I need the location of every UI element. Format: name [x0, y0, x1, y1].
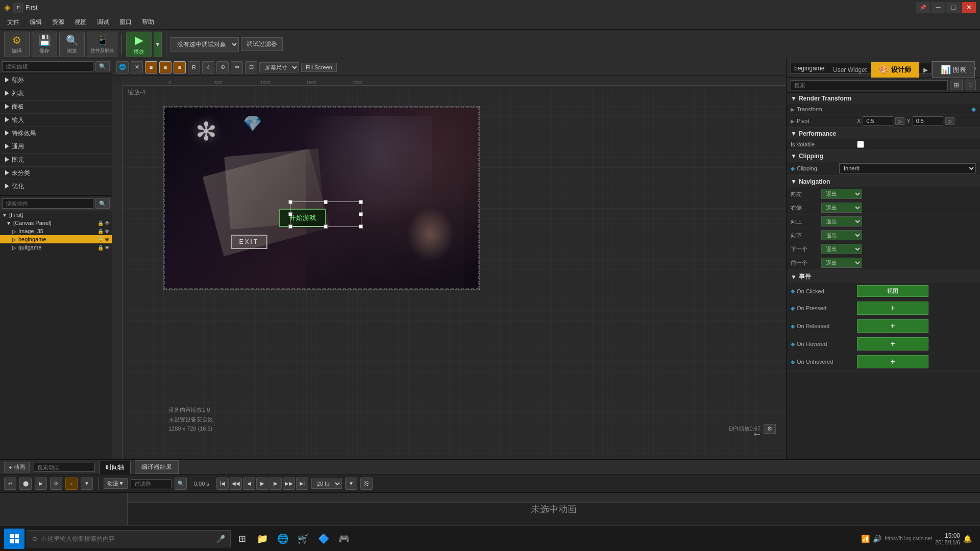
- handle-mr[interactable]: [359, 212, 363, 216]
- pin-button[interactable]: 📌: [916, 2, 930, 13]
- handle-br[interactable]: [359, 224, 363, 229]
- save-button[interactable]: 💾 保存: [32, 32, 57, 57]
- timeline-tab-timeline[interactable]: 时间轴: [99, 461, 131, 474]
- layer-quitgame[interactable]: ▷ quitgame 🔒 👁: [0, 243, 112, 252]
- menu-help[interactable]: 帮助: [137, 16, 159, 29]
- tl-filter-search[interactable]: 🔍: [175, 478, 187, 490]
- on-pressed-add-button[interactable]: +: [857, 302, 928, 315]
- close-button[interactable]: ✕: [962, 2, 976, 13]
- navigation-header[interactable]: ▼ Navigation: [787, 176, 980, 187]
- taskbar-edge[interactable]: 🌐: [274, 530, 292, 548]
- handle-ml[interactable]: [288, 212, 292, 216]
- palette-search-button[interactable]: 🔍: [95, 61, 110, 71]
- notification-icon[interactable]: 🔔: [963, 535, 972, 543]
- canvas-tool-target[interactable]: ⊕: [216, 61, 229, 73]
- nav-prev-select[interactable]: 退出: [821, 258, 862, 268]
- graph-tab[interactable]: 📊 图表: [932, 61, 975, 78]
- pivot-x-input[interactable]: [863, 116, 893, 126]
- minimize-button[interactable]: ─: [931, 2, 945, 13]
- menu-edit[interactable]: 编辑: [24, 16, 47, 29]
- on-hovered-add-button[interactable]: +: [857, 337, 928, 350]
- network-icon[interactable]: 📶: [861, 535, 870, 543]
- start-button[interactable]: [4, 529, 24, 549]
- canvas-tool-orange3[interactable]: ■: [174, 61, 186, 73]
- right-view-toggle[interactable]: ⊞: [950, 80, 963, 90]
- layer-canvas-panel[interactable]: ▼ [Canvas Panel] 🔒 👁: [0, 219, 112, 227]
- palette-item-extra[interactable]: ▶ 额外: [0, 74, 112, 87]
- layers-search-input[interactable]: [2, 198, 93, 209]
- nav-next-select[interactable]: 退出: [821, 244, 862, 254]
- clipping-select[interactable]: Inherit: [839, 163, 976, 173]
- fill-screen-button[interactable]: Fill Screen: [301, 63, 337, 72]
- menu-window[interactable]: 窗口: [114, 16, 137, 29]
- handle-tr[interactable]: [359, 200, 363, 204]
- compile-button[interactable]: ⚙ 编译: [4, 32, 30, 57]
- tl-fps-select[interactable]: 20 fps: [311, 479, 342, 489]
- tl-filter-input[interactable]: [131, 479, 172, 488]
- palette-item-common[interactable]: ▶ 通用: [0, 140, 112, 154]
- palette-item-primitive[interactable]: ▶ 图元: [0, 154, 112, 167]
- nav-up-select[interactable]: 退出: [821, 216, 862, 227]
- tl-play-main[interactable]: ▶: [256, 478, 268, 490]
- tl-keys-button[interactable]: ⬦: [65, 478, 78, 490]
- tl-undo-button[interactable]: ↩: [4, 478, 16, 490]
- debug-target-select[interactable]: 没有选中调试对象: [170, 37, 239, 52]
- widget-canvas[interactable]: ✻ 💎 开始游戏: [163, 106, 480, 290]
- canvas-tool-globe[interactable]: 🌐: [116, 61, 129, 73]
- canvas-tool-orange1[interactable]: ■: [145, 61, 157, 73]
- tl-loop-button[interactable]: ⟳: [50, 478, 62, 490]
- tl-prev-frame[interactable]: ◀◀: [230, 478, 242, 490]
- palette-item-list[interactable]: ▶ 列表: [0, 87, 112, 101]
- tl-go-end[interactable]: ▶|: [296, 478, 308, 490]
- eye-icon[interactable]: 👁: [105, 220, 110, 226]
- handle-tc[interactable]: [324, 200, 328, 204]
- right-search-input[interactable]: [791, 80, 948, 90]
- canvas-tool-4[interactable]: 4: [202, 61, 214, 73]
- screen-size-select[interactable]: 屏幕尺寸: [259, 62, 299, 72]
- nav-left-select[interactable]: 退出: [821, 189, 862, 199]
- nav-down-select[interactable]: 退出: [821, 230, 862, 240]
- canvas-content[interactable]: 0 500 1000 1500 2000 缩放-4: [112, 76, 786, 459]
- add-animation-button[interactable]: + 动画: [4, 462, 30, 472]
- palette-item-uncategorized[interactable]: ▶ 未分类: [0, 167, 112, 180]
- tl-fwd-frame[interactable]: ▶: [270, 478, 282, 490]
- pivot-y-btn[interactable]: ▷: [945, 117, 954, 125]
- debug-filter-button[interactable]: 调试过滤器: [241, 37, 283, 51]
- tl-next-frame[interactable]: ▶▶: [283, 478, 295, 490]
- canvas-tool-box[interactable]: ⊡: [245, 61, 257, 73]
- palette-search-input[interactable]: [2, 61, 93, 71]
- layer-first[interactable]: ▼ [First]: [0, 211, 112, 219]
- canvas-tool-r[interactable]: R: [188, 61, 200, 73]
- timeline-tab-compiler[interactable]: 编译器结果: [135, 460, 179, 474]
- canvas-tool-arrows[interactable]: ⇔: [231, 61, 243, 73]
- taskbar-file-explorer[interactable]: 📁: [253, 530, 272, 548]
- microphone-icon[interactable]: 🎤: [216, 535, 225, 543]
- tl-fps-dropdown[interactable]: ▼: [345, 478, 357, 490]
- animation-search-input[interactable]: [34, 463, 95, 472]
- on-released-add-button[interactable]: +: [857, 319, 928, 333]
- designer-tab[interactable]: 🎨 设计师: [871, 62, 919, 78]
- menu-file[interactable]: 文件: [2, 16, 24, 29]
- menu-debug[interactable]: 调试: [92, 16, 114, 29]
- events-header[interactable]: ▼ 事件: [787, 270, 980, 283]
- tl-back-frame[interactable]: ◀: [243, 478, 255, 490]
- taskbar-app3[interactable]: 🎮: [335, 530, 353, 548]
- handle-tl[interactable]: [288, 200, 292, 204]
- tl-anim-type[interactable]: 动漫▼: [104, 478, 128, 489]
- tl-record-button[interactable]: ⬤: [19, 478, 32, 490]
- palette-item-optimize[interactable]: ▶ 优化: [0, 180, 112, 193]
- layers-search-button[interactable]: 🔍: [95, 198, 110, 209]
- on-unhovered-add-button[interactable]: +: [857, 355, 928, 368]
- handle-bl[interactable]: [288, 224, 292, 229]
- maximize-button[interactable]: □: [946, 2, 961, 13]
- taskbar-app2[interactable]: 🔷: [314, 530, 333, 548]
- canvas-tool-cross[interactable]: ✕: [131, 61, 143, 73]
- image-eye-icon[interactable]: 👁: [105, 229, 110, 234]
- task-view-button[interactable]: ⊞: [233, 530, 251, 548]
- exit-button[interactable]: EXIT: [231, 235, 267, 249]
- pivot-x-btn[interactable]: ▷: [895, 117, 904, 125]
- begin-eye-icon[interactable]: 👁: [105, 237, 110, 242]
- play-button[interactable]: ▶ 播放: [126, 32, 152, 57]
- play-dropdown[interactable]: ▼: [154, 32, 162, 57]
- menu-view[interactable]: 视图: [69, 16, 92, 29]
